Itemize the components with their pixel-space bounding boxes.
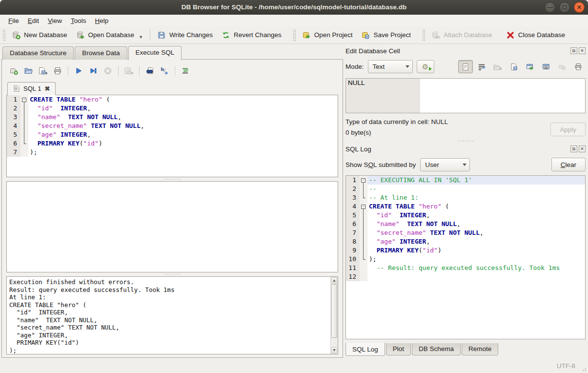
menu-view[interactable]: View bbox=[43, 16, 66, 26]
window-title: DB Browser for SQLite - /home/user/code/… bbox=[0, 0, 588, 15]
titlebar: DB Browser for SQLite - /home/user/code/… bbox=[0, 0, 588, 15]
write-changes-button[interactable]: Write Changes bbox=[153, 28, 217, 42]
code-line: 5 "age" INTEGER, bbox=[7, 130, 338, 139]
submitted-by-select[interactable]: User bbox=[420, 158, 470, 171]
find-replace-icon: ba bbox=[160, 66, 169, 75]
find-replace-button[interactable]: ba bbox=[157, 64, 172, 77]
close-database-icon bbox=[506, 31, 515, 40]
print-button[interactable] bbox=[50, 64, 65, 77]
cell-settings-button[interactable]: ⚙ bbox=[417, 60, 434, 73]
close-button[interactable]: ✕ bbox=[574, 2, 585, 13]
sql-log-view[interactable]: 1−-- EXECUTING ALL IN 'SQL 1'2--3-- At l… bbox=[345, 175, 586, 339]
edit-cell-title-label: Edit Database Cell bbox=[345, 47, 400, 55]
scrollbar-thumb[interactable] bbox=[331, 284, 337, 338]
menu-edit[interactable]: Edit bbox=[23, 16, 43, 26]
edit-cell-dock-title: Edit Database Cell ⧉ ✕ bbox=[345, 46, 587, 56]
code-line: 4 "secret_name" TEXT NOT NULL, bbox=[7, 122, 338, 130]
tab-browse-data[interactable]: Browse Data bbox=[75, 46, 127, 60]
word-wrap-button[interactable] bbox=[474, 60, 489, 73]
main-tab-area: Database Structure Browse Data Execute S… bbox=[1, 45, 343, 358]
open-project-button[interactable]: Open Project bbox=[298, 28, 357, 42]
new-database-button[interactable]: New Database bbox=[7, 28, 72, 42]
splitter-results-log[interactable] bbox=[6, 272, 338, 276]
dock-close-icon[interactable]: ✕ bbox=[579, 47, 586, 54]
resize-grip[interactable] bbox=[581, 366, 587, 372]
copy-link-button[interactable] bbox=[539, 60, 553, 73]
find-button[interactable] bbox=[142, 64, 157, 77]
revert-changes-button[interactable]: Revert Changes bbox=[217, 28, 286, 42]
close-database-label: Close Database bbox=[518, 31, 565, 39]
close-database-button[interactable]: Close Database bbox=[502, 28, 569, 42]
code-line: 4−CREATE TABLE "hero" ( bbox=[346, 202, 585, 211]
menu-help[interactable]: Help bbox=[91, 16, 113, 26]
toolbar-drag-handle[interactable] bbox=[293, 29, 296, 41]
open-in-external-button[interactable] bbox=[523, 60, 537, 73]
scroll-up-icon[interactable] bbox=[331, 277, 337, 284]
print-cell-button[interactable] bbox=[571, 60, 586, 73]
dock-tab-plot[interactable]: Plot bbox=[386, 343, 411, 355]
revert-changes-label: Revert Changes bbox=[234, 31, 282, 39]
sql-log-filter-row: Show SQL submitted by User Clear bbox=[345, 158, 586, 171]
dock-tab-db-schema[interactable]: DB Schema bbox=[412, 343, 461, 355]
new-database-icon bbox=[12, 31, 20, 40]
sql-document-icon bbox=[13, 85, 20, 92]
stop-button bbox=[101, 64, 115, 77]
sql-toolbar-separator bbox=[175, 66, 175, 76]
dock-float-icon[interactable]: ⧉ bbox=[570, 145, 577, 152]
dock-float-icon[interactable]: ⧉ bbox=[570, 47, 577, 54]
execute-current-line-button[interactable] bbox=[86, 64, 101, 77]
execution-log-scrollbar[interactable] bbox=[330, 277, 338, 354]
dock-close-icon[interactable]: ✕ bbox=[579, 145, 586, 152]
code-line: 6 "name" TEXT NOT NULL, bbox=[346, 220, 585, 228]
new-tab-button[interactable] bbox=[6, 64, 21, 77]
execute-all-button[interactable] bbox=[71, 64, 86, 77]
dock-tab-sql-log[interactable]: SQL Log bbox=[345, 343, 385, 356]
cell-mode-row: Mode: Text ⚙ ▼ bbox=[345, 60, 586, 73]
dock-tab-remote[interactable]: Remote bbox=[462, 343, 498, 355]
gear-icon: ⚙ bbox=[422, 63, 428, 70]
import-cell-data-button: ▼ bbox=[490, 60, 505, 73]
maximize-button[interactable] bbox=[559, 2, 570, 13]
save-sql-file-button[interactable]: ▼ bbox=[36, 64, 50, 77]
open-database-dropdown-caret-icon[interactable]: ▼ bbox=[139, 35, 143, 40]
write-changes-label: Write Changes bbox=[169, 31, 213, 39]
sql-tab-close-icon[interactable]: ✖ bbox=[44, 85, 50, 92]
menubar: File Edit View Tools Help bbox=[0, 15, 588, 26]
sql-editor[interactable]: 1−CREATE TABLE "hero" (2 "id" INTEGER,3 … bbox=[6, 95, 338, 177]
save-as-icon bbox=[510, 63, 518, 71]
sql-toolbar-separator bbox=[118, 66, 119, 76]
text-mode-icon bbox=[462, 63, 469, 71]
open-database-button[interactable]: Open Database ▼ bbox=[72, 28, 148, 42]
cell-editor[interactable]: NULL bbox=[345, 78, 586, 113]
menu-tools[interactable]: Tools bbox=[66, 16, 91, 26]
toolbar-drag-handle[interactable] bbox=[2, 29, 6, 41]
sql-toolbar: ▼ bbox=[6, 64, 338, 78]
tab-database-structure[interactable]: Database Structure bbox=[2, 46, 74, 60]
splitter-editor-results[interactable] bbox=[6, 177, 338, 181]
toolbar-drag-handle[interactable] bbox=[422, 29, 426, 41]
find-icon bbox=[145, 66, 154, 75]
toolbar-separator bbox=[150, 29, 150, 41]
combo-arrow-icon bbox=[460, 159, 469, 171]
text-mode-button[interactable] bbox=[458, 60, 473, 73]
print-icon bbox=[574, 63, 582, 71]
clear-log-button[interactable]: Clear bbox=[551, 158, 586, 171]
save-sql-dropdown-caret-icon: ▼ bbox=[44, 71, 48, 76]
code-line: 7); bbox=[7, 148, 338, 157]
splitter-docks[interactable] bbox=[345, 139, 587, 143]
open-database-label: Open Database bbox=[88, 31, 135, 39]
save-cell-data-button[interactable] bbox=[507, 60, 521, 73]
mode-select[interactable]: Text bbox=[368, 60, 413, 73]
sql-log-title-label: SQL Log bbox=[345, 145, 371, 153]
sql-file-tab[interactable]: SQL 1 ✖ bbox=[7, 82, 56, 95]
menu-file[interactable]: File bbox=[4, 16, 23, 26]
scroll-down-icon[interactable] bbox=[331, 347, 337, 353]
attach-database-icon bbox=[431, 31, 440, 40]
minimize-button[interactable]: — bbox=[545, 2, 555, 13]
format-sql-button[interactable] bbox=[178, 64, 193, 77]
tab-execute-sql[interactable]: Execute SQL bbox=[128, 46, 182, 60]
open-sql-file-button[interactable] bbox=[21, 64, 36, 77]
execution-log[interactable]: Execution finished without errors. Resul… bbox=[6, 276, 338, 354]
results-pane[interactable] bbox=[6, 181, 338, 272]
save-project-button[interactable]: Save Project bbox=[357, 28, 415, 42]
